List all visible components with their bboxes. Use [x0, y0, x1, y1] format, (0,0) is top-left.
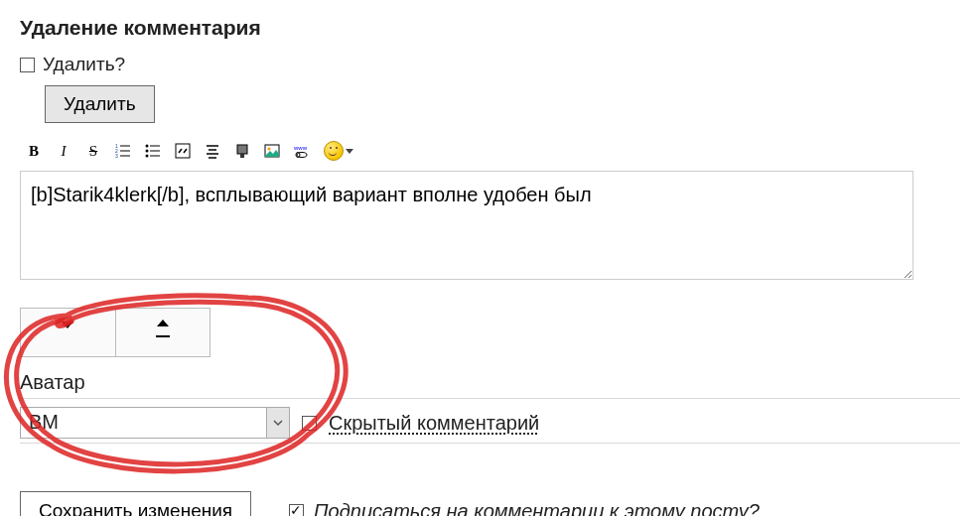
dropdown-toggle-icon — [266, 408, 289, 438]
svg-text:3: 3 — [115, 153, 118, 159]
delete-button[interactable]: Удалить — [45, 85, 155, 123]
emoji-picker-button[interactable] — [324, 141, 353, 161]
chevron-down-icon — [346, 149, 353, 154]
svg-text:www: www — [294, 145, 308, 151]
quote-icon[interactable] — [175, 143, 191, 159]
unordered-list-icon[interactable] — [145, 143, 161, 159]
triangle-up-icon — [157, 320, 169, 326]
svg-rect-18 — [240, 154, 244, 158]
link-icon[interactable]: www — [294, 143, 310, 159]
subscribe-checkbox[interactable] — [289, 504, 304, 517]
page-title: Удаление комментария — [20, 16, 960, 40]
collapse-up-button[interactable] — [115, 309, 210, 356]
save-button[interactable]: Сохранить изменения — [20, 491, 251, 516]
svg-point-20 — [268, 148, 271, 151]
svg-point-9 — [146, 145, 149, 148]
smiley-icon — [324, 141, 344, 161]
svg-point-10 — [146, 150, 149, 153]
delete-checkbox-label: Удалить? — [43, 54, 125, 75]
comment-textarea[interactable] — [20, 171, 913, 280]
bold-icon[interactable]: B — [26, 143, 42, 159]
italic-icon[interactable]: I — [56, 143, 71, 159]
resize-buttons — [20, 308, 210, 357]
avatar-selected-value: BM — [21, 408, 266, 438]
subscribe-label: Подписаться на комментарии к этому посту… — [314, 500, 760, 517]
spoiler-icon[interactable] — [234, 143, 250, 159]
triangle-down-icon — [62, 322, 73, 328]
svg-rect-17 — [237, 145, 247, 154]
align-icon[interactable] — [205, 143, 220, 159]
svg-point-22 — [297, 153, 307, 158]
delete-checkbox[interactable] — [20, 58, 35, 72]
divider — [20, 443, 960, 444]
svg-point-11 — [146, 155, 149, 158]
avatar-label: Аватар — [20, 371, 960, 394]
divider — [20, 398, 960, 399]
hidden-comment-checkbox[interactable] — [302, 416, 317, 431]
svg-rect-12 — [176, 144, 190, 158]
avatar-select[interactable]: BM — [20, 407, 290, 439]
strikethrough-icon[interactable]: S — [85, 143, 101, 159]
hidden-comment-label: Скрытый комментарий — [329, 412, 539, 435]
editor-toolbar: B I S 123 www — [20, 139, 960, 171]
image-icon[interactable] — [264, 143, 280, 159]
expand-down-button[interactable] — [21, 309, 115, 356]
ordered-list-icon[interactable]: 123 — [115, 143, 131, 159]
